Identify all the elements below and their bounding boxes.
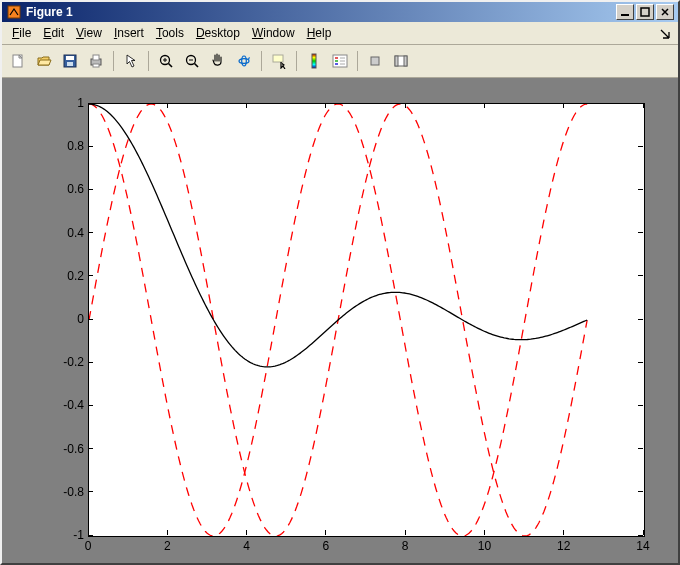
toolbar-separator	[261, 51, 262, 71]
open-icon[interactable]	[32, 49, 56, 73]
x-tick-label: 8	[390, 539, 420, 553]
x-tick-label: 0	[73, 539, 103, 553]
y-tick-label: -0.2	[50, 355, 84, 369]
svg-rect-6	[67, 62, 73, 66]
zoom-out-icon[interactable]	[180, 49, 204, 73]
svg-rect-30	[395, 56, 398, 66]
colorbar-icon[interactable]	[302, 49, 326, 73]
plot-area: -1-0.8-0.6-0.4-0.200.20.40.60.8102468101…	[2, 78, 678, 563]
new-figure-icon[interactable]	[6, 49, 30, 73]
menu-window[interactable]: Window	[246, 24, 301, 42]
y-tick-label: 0.6	[50, 182, 84, 196]
rotate-3d-icon[interactable]	[232, 49, 256, 73]
minimize-button[interactable]	[616, 4, 634, 20]
menu-file[interactable]: File	[6, 24, 37, 42]
save-icon[interactable]	[58, 49, 82, 73]
x-tick-label: 6	[311, 539, 341, 553]
toolbar-separator	[148, 51, 149, 71]
svg-rect-20	[312, 54, 316, 68]
menu-desktop[interactable]: Desktop	[190, 24, 246, 42]
svg-rect-5	[66, 56, 74, 60]
svg-point-18	[242, 56, 247, 66]
titlebar: Figure 1	[2, 2, 678, 22]
menu-help[interactable]: Help	[301, 24, 338, 42]
svg-rect-31	[404, 56, 407, 66]
legend-icon[interactable]	[328, 49, 352, 73]
edit-plot-icon[interactable]	[119, 49, 143, 73]
svg-rect-28	[371, 57, 379, 65]
print-icon[interactable]	[84, 49, 108, 73]
toolbar-separator	[357, 51, 358, 71]
figure-window: Figure 1 FileEditViewInsertToolsDesktopW…	[0, 0, 680, 565]
menubar: FileEditViewInsertToolsDesktopWindowHelp	[2, 22, 678, 45]
y-tick-label: 0.8	[50, 139, 84, 153]
pan-icon[interactable]	[206, 49, 230, 73]
toolbar	[2, 45, 678, 78]
data-cursor-icon[interactable]	[267, 49, 291, 73]
menu-view[interactable]: View	[70, 24, 108, 42]
axes[interactable]	[88, 103, 645, 537]
svg-line-11	[169, 64, 173, 68]
y-tick-label: 0.4	[50, 226, 84, 240]
svg-rect-19	[273, 55, 283, 62]
menu-edit[interactable]: Edit	[37, 24, 70, 42]
close-button[interactable]	[656, 4, 674, 20]
svg-rect-1	[621, 14, 629, 16]
y-tick-label: 0.2	[50, 269, 84, 283]
app-icon	[6, 4, 22, 20]
dock-icon[interactable]	[658, 26, 672, 40]
toolbar-separator	[296, 51, 297, 71]
svg-rect-2	[641, 8, 649, 16]
svg-point-17	[239, 59, 249, 64]
svg-rect-0	[8, 6, 20, 18]
hide-plot-tools-icon[interactable]	[363, 49, 387, 73]
y-tick-label: 1	[50, 96, 84, 110]
svg-rect-9	[93, 64, 99, 67]
x-tick-label: 12	[549, 539, 579, 553]
maximize-button[interactable]	[636, 4, 654, 20]
zoom-in-icon[interactable]	[154, 49, 178, 73]
y-tick-label: -0.4	[50, 398, 84, 412]
x-tick-label: 2	[152, 539, 182, 553]
y-tick-label: -0.6	[50, 442, 84, 456]
x-tick-label: 10	[469, 539, 499, 553]
plot-curves	[89, 104, 644, 536]
y-tick-label: -0.8	[50, 485, 84, 499]
svg-rect-8	[93, 55, 99, 60]
window-title: Figure 1	[26, 5, 73, 19]
toolbar-separator	[113, 51, 114, 71]
menu-insert[interactable]: Insert	[108, 24, 150, 42]
menu-tools[interactable]: Tools	[150, 24, 190, 42]
show-plot-tools-icon[interactable]	[389, 49, 413, 73]
y-tick-label: 0	[50, 312, 84, 326]
x-tick-label: 14	[628, 539, 658, 553]
svg-line-15	[195, 64, 199, 68]
x-tick-label: 4	[232, 539, 262, 553]
